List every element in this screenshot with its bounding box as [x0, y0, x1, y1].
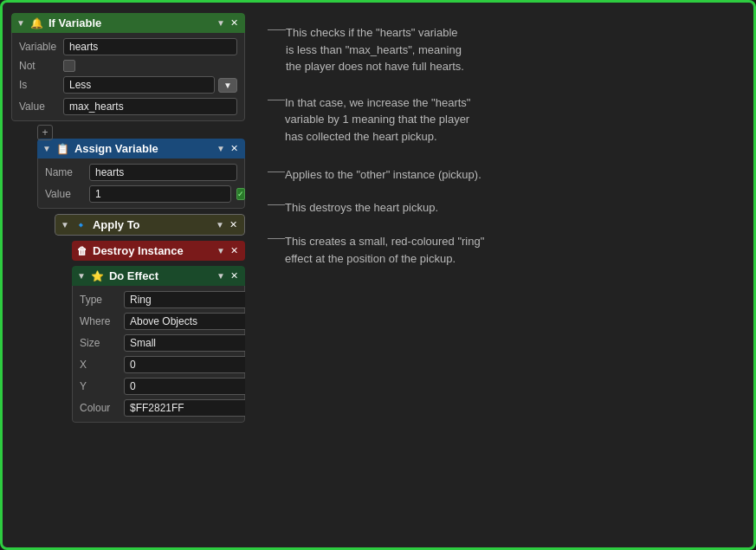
- do-effect-colour-input[interactable]: [124, 399, 245, 417]
- do-effect-y-label: Y: [80, 380, 119, 392]
- value-input[interactable]: [63, 98, 237, 115]
- apply-to-block: ▼ 🔹 Apply To ▼ ✕: [55, 214, 245, 236]
- do-effect-type-label: Type: [80, 294, 119, 306]
- not-checkbox[interactable]: [63, 60, 75, 72]
- do-effect-dropdown[interactable]: ▼: [216, 271, 225, 281]
- if-variable-ann-connector: [268, 29, 286, 30]
- do-effect-y-input[interactable]: [124, 378, 245, 395]
- is-label: Is: [19, 79, 58, 91]
- assign-variable-collapse[interactable]: ▼: [42, 144, 51, 153]
- do-effect-type-select-row: ▼: [124, 291, 245, 308]
- do-effect-header: ▼ ⭐ Do Effect ▼ ✕: [72, 266, 245, 286]
- do-effect-type-select[interactable]: [124, 291, 245, 308]
- add-row-1: +: [37, 126, 245, 139]
- assign-variable-annotation: In that case, we increase the "hearts" v…: [268, 94, 740, 146]
- assign-variable-close[interactable]: ✕: [229, 143, 240, 154]
- destroy-instance-header: 🗑 Destroy Instance ▼ ✕: [72, 241, 245, 261]
- if-variable-value-row: Value: [19, 98, 237, 115]
- apply-to-title: Apply To: [93, 218, 140, 231]
- if-variable-close[interactable]: ✕: [229, 17, 240, 29]
- if-variable-dropdown[interactable]: ▼: [216, 18, 225, 28]
- do-effect-title: Do Effect: [109, 269, 158, 282]
- do-effect-collapse[interactable]: ▼: [77, 271, 86, 281]
- apply-to-dropdown[interactable]: ▼: [216, 220, 224, 230]
- apply-to-ann-connector: [268, 171, 285, 172]
- assign-relative-checkbox[interactable]: ✓: [236, 188, 245, 200]
- do-effect-body: Type ▼ Where ▼ Size: [72, 286, 245, 423]
- annotations-panel: This checks if the "hearts" variable is …: [254, 3, 753, 547]
- if-variable-icon: 🔔: [30, 17, 43, 29]
- if-variable-ann-line: [268, 29, 286, 30]
- do-effect-ann-line: [268, 238, 285, 239]
- is-select[interactable]: [63, 76, 215, 94]
- do-effect-type-row: Type ▼: [80, 291, 237, 308]
- variable-input[interactable]: [63, 38, 237, 55]
- destroy-instance-icon: 🗑: [77, 245, 87, 257]
- apply-to-annotation: Applies to the "other" instance (pickup)…: [268, 166, 740, 184]
- assign-variable-title: Assign Variable: [74, 142, 158, 155]
- assign-variable-ann-text: In that case, we increase the "hearts" v…: [285, 94, 470, 146]
- variable-label: Variable: [19, 41, 58, 53]
- not-label: Not: [19, 60, 58, 72]
- do-effect-where-select[interactable]: [124, 313, 245, 330]
- do-effect-y-row: Y ✓ Relative: [80, 378, 237, 395]
- assign-value-row: Value ✓ Relative: [45, 185, 237, 203]
- if-variable-annotation: This checks if the "hearts" variable is …: [268, 24, 740, 75]
- do-effect-x-input[interactable]: [124, 356, 245, 373]
- assign-variable-ann-line: [268, 100, 285, 100]
- apply-to-ann-line: [268, 171, 285, 172]
- add-button-1[interactable]: +: [37, 125, 53, 140]
- do-effect-size-label: Size: [80, 337, 119, 349]
- apply-to-header: ▼ 🔹 Apply To ▼ ✕: [55, 214, 245, 236]
- value-label: Value: [19, 100, 58, 113]
- do-effect-colour-label: Colour: [80, 402, 119, 414]
- apply-to-collapse[interactable]: ▼: [61, 220, 69, 230]
- if-variable-ann-text: This checks if the "hearts" variable is …: [286, 24, 464, 75]
- is-select-arrow[interactable]: ▼: [218, 78, 237, 93]
- destroy-instance-title: Destroy Instance: [93, 244, 184, 257]
- if-variable-collapse[interactable]: ▼: [16, 18, 25, 28]
- apply-to-icon: 🔹: [74, 219, 87, 231]
- assign-variable-icon: 📋: [56, 143, 69, 155]
- logic-panel: ▼ 🔔 If Variable ▼ ✕ Variable Not: [3, 3, 254, 547]
- do-effect-where-row: Where ▼: [80, 313, 237, 330]
- do-effect-size-select-row: ▼: [124, 334, 245, 352]
- if-variable-variable-row: Variable: [19, 38, 237, 55]
- main-container: ▼ 🔔 If Variable ▼ ✕ Variable Not: [0, 0, 756, 550]
- do-effect-size-select[interactable]: [124, 334, 245, 352]
- assign-variable-header: ▼ 📋 Assign Variable ▼ ✕: [37, 139, 245, 159]
- assign-variable-ann-connector: [268, 100, 285, 100]
- destroy-instance-ann-connector: [268, 204, 285, 205]
- do-effect-x-label: X: [80, 359, 119, 371]
- assign-name-input[interactable]: [89, 164, 237, 181]
- destroy-instance-dropdown[interactable]: ▼: [216, 246, 225, 256]
- do-effect-where-select-row: ▼: [124, 313, 245, 330]
- do-effect-block: ▼ ⭐ Do Effect ▼ ✕ Type ▼: [72, 266, 245, 423]
- destroy-instance-wrapper: 🗑 Destroy Instance ▼ ✕: [72, 241, 245, 261]
- if-variable-header: ▼ 🔔 If Variable ▼ ✕: [11, 13, 245, 33]
- assign-name-row: Name: [45, 164, 237, 181]
- apply-to-ann-text: Applies to the "other" instance (pickup)…: [285, 166, 481, 184]
- do-effect-close[interactable]: ✕: [229, 270, 240, 281]
- apply-to-close[interactable]: ✕: [228, 219, 239, 230]
- do-effect-x-row: X ✓ Relative: [80, 356, 237, 373]
- destroy-instance-close[interactable]: ✕: [229, 245, 240, 256]
- assign-value-label: Value: [45, 188, 84, 200]
- do-effect-size-row: Size ▼: [80, 334, 237, 352]
- destroy-instance-ann-text: This destroys the heart pickup.: [285, 199, 438, 217]
- if-variable-body: Variable Not Is ▼: [11, 33, 245, 121]
- assign-variable-body: Name Value ✓ Relative: [37, 159, 245, 209]
- if-variable-not-row: Not: [19, 60, 237, 72]
- if-variable-is-row: Is ▼: [19, 76, 237, 94]
- do-effect-ann-connector: [268, 238, 285, 239]
- assign-name-label: Name: [45, 166, 84, 178]
- do-effect-where-label: Where: [80, 315, 119, 327]
- assign-variable-dropdown[interactable]: ▼: [216, 144, 225, 153]
- if-variable-title: If Variable: [48, 16, 101, 29]
- do-effect-annotation: This creates a small, red-coloured "ring…: [268, 233, 740, 267]
- destroy-instance-annotation: This destroys the heart pickup.: [268, 199, 740, 217]
- assign-value-input[interactable]: [89, 185, 231, 203]
- assign-variable-block: ▼ 📋 Assign Variable ▼ ✕ Name Value: [37, 139, 245, 209]
- do-effect-icon: ⭐: [91, 270, 104, 282]
- do-effect-colour-row: Colour: [80, 399, 237, 417]
